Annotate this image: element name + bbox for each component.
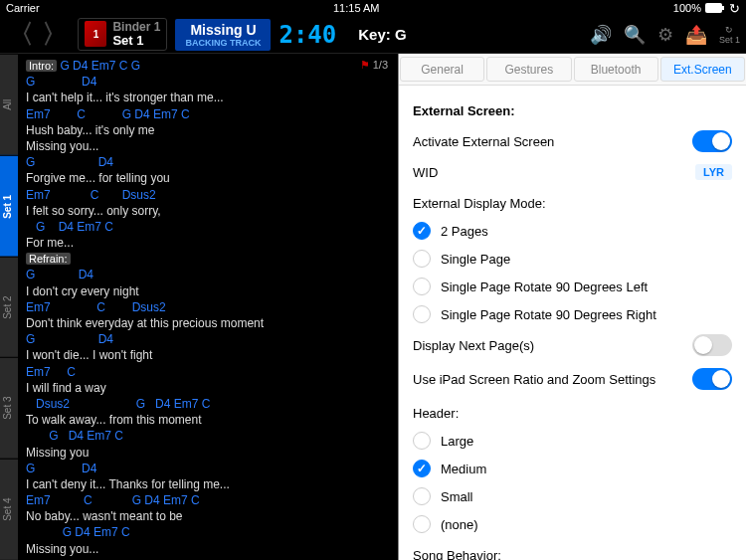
svg-rect-1 (722, 6, 724, 10)
display-mode-option-0[interactable]: 2 Pages (413, 217, 732, 245)
sidetab-set-3[interactable]: Set 3 (0, 357, 18, 459)
settings-icon[interactable]: ⚙ (657, 24, 673, 46)
mode-label: External Display Mode: (413, 196, 732, 211)
behavior-label: Song Behavior: (413, 548, 732, 560)
set-arrow-icon: ↻ (725, 25, 733, 35)
song-key: Key: G (358, 26, 406, 43)
radio-icon (413, 515, 431, 533)
tab-bluetooth[interactable]: Bluetooth (574, 57, 658, 82)
song-subtitle: BACKING TRACK (185, 38, 261, 48)
radio-icon (413, 278, 431, 295)
svg-rect-0 (705, 3, 722, 13)
header-size-option-3[interactable]: (none) (413, 510, 732, 538)
display-mode-option-2[interactable]: Single Page Rotate 90 Degrees Left (413, 273, 732, 300)
status-bar: Carrier 11:15 AM 100% ↻ (0, 0, 746, 16)
radio-icon (413, 250, 431, 268)
next-page-label: Display Next Page(s) (413, 338, 534, 353)
binder-selector[interactable]: 1 Binder 1 Set 1 (78, 18, 167, 51)
song-box[interactable]: Missing U BACKING TRACK (175, 19, 271, 51)
song-time: 2:40 (279, 21, 336, 49)
volume-icon[interactable]: 🔊 (590, 24, 612, 46)
radio-label: (none) (441, 517, 478, 532)
activate-toggle[interactable] (692, 130, 732, 152)
set-indicator[interactable]: ↻ Set 1 (719, 25, 740, 45)
battery-label: 100% (673, 2, 701, 14)
settings-panel: GeneralGesturesBluetoothExt.Screen Exter… (398, 54, 746, 560)
radio-label: 2 Pages (441, 224, 488, 239)
activate-label: Activate External Screen (413, 134, 554, 149)
search-icon[interactable]: 🔍 (624, 24, 646, 46)
radio-label: Single Page (441, 252, 510, 267)
set-right-label: Set 1 (719, 35, 740, 45)
carrier-label: Carrier (6, 2, 40, 14)
prev-song-button[interactable]: 〈 (8, 19, 34, 49)
tab-ext-screen[interactable]: Ext.Screen (660, 57, 745, 82)
tab-gestures[interactable]: Gestures (486, 57, 571, 82)
ratio-toggle[interactable] (692, 368, 732, 390)
binder-name: Binder 1 (112, 21, 160, 34)
clock: 11:15 AM (333, 2, 379, 14)
page-indicator: ⚑ 1/3 (360, 58, 388, 73)
radio-icon (413, 487, 431, 505)
side-tabs: AllSet 1Set 2Set 3Set 4 (0, 54, 18, 560)
next-page-toggle[interactable] (692, 334, 732, 356)
radio-label: Single Page Rotate 90 Degrees Left (441, 280, 648, 294)
header-size-option-2[interactable]: Small (413, 482, 732, 510)
display-mode-option-3[interactable]: Single Page Rotate 90 Degrees Right (413, 300, 732, 328)
binder-set: Set 1 (112, 34, 160, 48)
display-mode-option-1[interactable]: Single Page (413, 245, 732, 273)
panel-tabs: GeneralGesturesBluetoothExt.Screen (399, 54, 746, 86)
tab-general[interactable]: General (400, 57, 484, 82)
sidetab-set-4[interactable]: Set 4 (0, 459, 18, 560)
nav-arrows: 〈 〉 (6, 17, 70, 52)
radio-icon (413, 460, 431, 477)
radio-icon (413, 222, 431, 240)
song-title: Missing U (185, 22, 261, 38)
ratio-label: Use iPad Screen Ratio and Zoom Settings (413, 372, 655, 387)
radio-label: Large (441, 434, 473, 449)
radio-icon (413, 432, 431, 450)
top-bar: 〈 〉 1 Binder 1 Set 1 Missing U BACKING T… (0, 16, 746, 54)
next-song-button[interactable]: 〉 (42, 19, 68, 49)
header-size-option-0[interactable]: Large (413, 427, 732, 455)
lyrics-view[interactable]: ⚑ 1/3 Intro: G D4 Em7 C GG D4I can't hel… (18, 54, 398, 560)
wid-label: WID (413, 165, 438, 180)
radio-label: Medium (441, 462, 486, 476)
header-size-option-1[interactable]: Medium (413, 455, 732, 482)
battery-icon (705, 3, 725, 13)
panel-body: External Screen: Activate External Scree… (399, 86, 746, 560)
radio-label: Single Page Rotate 90 Degrees Right (441, 307, 656, 322)
wid-value[interactable]: LYR (695, 164, 732, 180)
header-label: Header: (413, 406, 732, 421)
binder-icon: 1 (85, 21, 106, 47)
radio-label: Small (441, 489, 473, 504)
sidetab-set-1[interactable]: Set 1 (0, 155, 18, 257)
radio-icon (413, 305, 431, 323)
sidetab-set-2[interactable]: Set 2 (0, 257, 18, 358)
external-screen-header: External Screen: (413, 103, 732, 118)
share-icon[interactable]: 📤 (685, 24, 707, 46)
sidetab-all[interactable]: All (0, 54, 18, 155)
refresh-icon: ↻ (729, 1, 740, 16)
